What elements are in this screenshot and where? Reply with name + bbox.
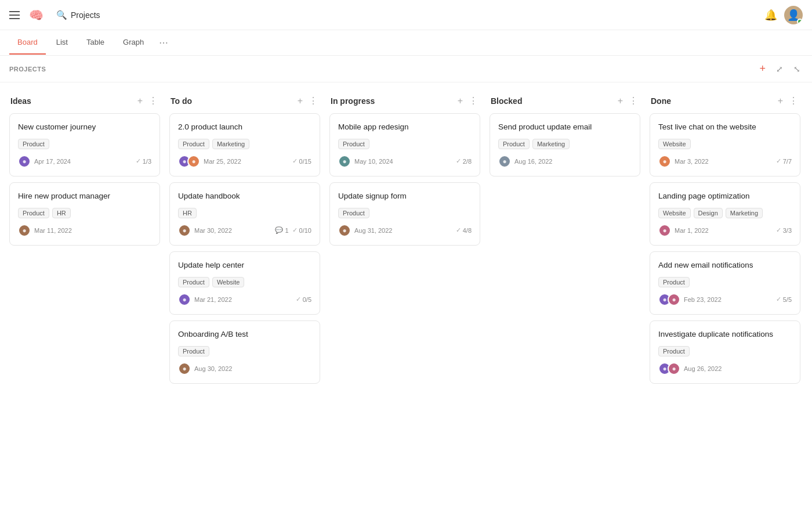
column-ideas: Ideas+⋮New customer journeyProduct●Apr 1… xyxy=(9,92,160,251)
expand-button[interactable]: ⤢ xyxy=(774,63,785,75)
mini-avatar: ● xyxy=(668,293,680,306)
card-date-c9: Aug 16, 2022 xyxy=(514,158,552,165)
card-title-c9: Send product update email xyxy=(498,122,632,133)
board: Ideas+⋮New customer journeyProduct●Apr 1… xyxy=(0,82,812,508)
card-tag[interactable]: Product xyxy=(18,208,49,218)
tabs-bar: BoardListTableGraph⋯ xyxy=(0,30,812,56)
user-avatar[interactable]: 👤 xyxy=(784,6,803,24)
column-header-blocked: Blocked+⋮ xyxy=(490,92,640,113)
tab-board[interactable]: Board xyxy=(9,31,46,55)
notification-bell[interactable]: 🔔 xyxy=(764,9,777,21)
card-avatars: ●● xyxy=(658,362,680,375)
card-c13[interactable]: Investigate duplicate notificationsProdu… xyxy=(650,320,800,384)
card-tag[interactable]: Marketing xyxy=(212,139,249,149)
card-meta-left: ●Apr 17, 2024 xyxy=(18,155,71,168)
card-tags-c10: Website xyxy=(658,139,792,149)
card-c7[interactable]: Mobile app redesignProduct●May 10, 2024✓… xyxy=(329,113,480,176)
collapse-button[interactable]: ⤡ xyxy=(791,63,803,75)
menu-icon[interactable] xyxy=(9,11,20,19)
card-c9[interactable]: Send product update emailProductMarketin… xyxy=(490,113,640,176)
card-tag[interactable]: Marketing xyxy=(726,208,763,218)
tab-table[interactable]: Table xyxy=(78,31,113,55)
logo[interactable]: 🧠 xyxy=(29,8,47,22)
card-meta-right: ✓ 3/3 xyxy=(776,226,792,234)
card-footer-c13: ●●Aug 26, 2022 xyxy=(658,362,792,375)
card-tags-c7: Product xyxy=(338,139,472,149)
card-tag[interactable]: Website xyxy=(658,208,691,218)
card-title-c10: Test live chat on the website xyxy=(658,122,792,133)
card-c2[interactable]: Hire new product managerProductHR●Mar 11… xyxy=(9,182,160,246)
card-tag[interactable]: Design xyxy=(694,208,723,218)
add-card-button-todo[interactable]: + xyxy=(296,95,304,107)
tab-list[interactable]: List xyxy=(48,31,76,55)
card-tag[interactable]: Product xyxy=(338,139,369,149)
card-tags-c4: HR xyxy=(178,208,311,218)
column-more-button-done[interactable]: ⋮ xyxy=(788,94,799,107)
mini-avatar: ● xyxy=(178,293,191,306)
card-tag[interactable]: Product xyxy=(338,208,369,218)
card-check: ✓ 5/5 xyxy=(776,296,792,303)
card-c10[interactable]: Test live chat on the websiteWebsite●Mar… xyxy=(650,113,800,176)
add-card-button-ideas[interactable]: + xyxy=(136,95,144,107)
card-c3[interactable]: 2.0 product launchProductMarketing●●Mar … xyxy=(169,113,320,176)
column-more-button-ideas[interactable]: ⋮ xyxy=(147,94,159,107)
card-date-c2: Mar 11, 2022 xyxy=(34,227,72,234)
card-title-c1: New customer journey xyxy=(18,122,151,133)
card-c4[interactable]: Update handbookHR●Mar 30, 2022💬 1✓ 0/10 xyxy=(169,182,320,246)
card-tag[interactable]: Product xyxy=(178,139,209,149)
card-tag[interactable]: Product xyxy=(178,277,209,287)
card-tag[interactable]: Product xyxy=(18,139,49,149)
add-card-button-inprogress[interactable]: + xyxy=(456,95,464,107)
card-tag[interactable]: HR xyxy=(178,208,197,218)
card-tag[interactable]: Website xyxy=(658,139,691,149)
tab-graph[interactable]: Graph xyxy=(115,31,152,55)
search-area[interactable]: 🔍 xyxy=(56,10,129,20)
card-tag[interactable]: Product xyxy=(658,277,690,287)
card-check: ✓ 3/3 xyxy=(776,226,792,234)
search-icon: 🔍 xyxy=(56,10,67,20)
card-tag[interactable]: Marketing xyxy=(532,139,570,149)
column-more-button-blocked[interactable]: ⋮ xyxy=(628,94,639,107)
card-title-c7: Mobile app redesign xyxy=(338,122,472,133)
card-meta-left: ●●Aug 26, 2022 xyxy=(658,362,722,375)
add-card-button-blocked[interactable]: + xyxy=(617,95,624,107)
search-input[interactable] xyxy=(71,10,129,20)
card-check: ✓ 1/3 xyxy=(136,157,151,165)
card-tag[interactable]: Product xyxy=(498,139,530,149)
card-c8[interactable]: Update signup formProduct●Aug 31, 2022✓ … xyxy=(329,182,480,246)
card-tag[interactable]: Website xyxy=(212,277,245,287)
card-avatars: ●● xyxy=(658,293,680,306)
card-tags-c2: ProductHR xyxy=(18,208,151,218)
card-date-c4: Mar 30, 2022 xyxy=(194,227,232,234)
column-more-button-inprogress[interactable]: ⋮ xyxy=(467,94,479,107)
tab-more-button[interactable]: ⋯ xyxy=(154,30,173,55)
card-c1[interactable]: New customer journeyProduct●Apr 17, 2024… xyxy=(9,113,160,176)
card-date-c11: Mar 1, 2022 xyxy=(675,227,709,234)
card-c5[interactable]: Update help centerProductWebsite●Mar 21,… xyxy=(169,251,320,315)
card-footer-c8: ●Aug 31, 2022✓ 4/8 xyxy=(338,224,472,237)
check-icon: ✓ xyxy=(296,296,301,303)
card-tag[interactable]: HR xyxy=(52,208,71,218)
mini-avatar: ● xyxy=(338,155,351,168)
card-date-c12: Feb 23, 2022 xyxy=(684,296,722,303)
toolbar-actions: + ⤢ ⤡ xyxy=(757,62,803,76)
column-title-ideas: Ideas xyxy=(10,96,31,106)
card-tags-c1: Product xyxy=(18,139,151,149)
card-tag[interactable]: Product xyxy=(658,346,690,356)
card-c6[interactable]: Onboarding A/B testProduct●Aug 30, 2022 xyxy=(169,320,320,384)
card-tag[interactable]: Product xyxy=(178,346,209,356)
check-icon: ✓ xyxy=(292,157,298,165)
card-c11[interactable]: Landing page optimizationWebsiteDesignMa… xyxy=(650,182,800,246)
card-c12[interactable]: Add new email notificationsProduct●●Feb … xyxy=(650,251,800,315)
card-meta-left: ●Mar 11, 2022 xyxy=(18,224,72,237)
card-footer-c7: ●May 10, 2024✓ 2/8 xyxy=(338,155,472,168)
card-meta-left: ●Aug 30, 2022 xyxy=(178,362,232,375)
add-button[interactable]: + xyxy=(757,62,768,76)
add-card-button-done[interactable]: + xyxy=(777,95,784,107)
card-footer-c3: ●●Mar 25, 2022✓ 0/15 xyxy=(178,155,311,168)
column-header-ideas: Ideas+⋮ xyxy=(9,92,160,113)
card-title-c8: Update signup form xyxy=(338,191,472,202)
mini-avatar: ● xyxy=(18,224,31,237)
column-more-button-todo[interactable]: ⋮ xyxy=(307,94,319,107)
card-avatars: ● xyxy=(338,224,351,237)
